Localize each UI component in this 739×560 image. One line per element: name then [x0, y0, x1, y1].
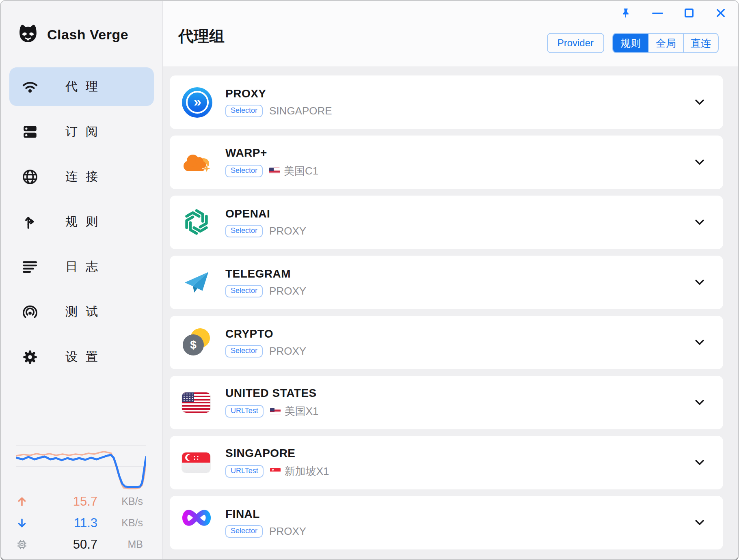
group-type-badge: Selector [225, 165, 263, 178]
sidebar-item-设置[interactable]: 设置 [9, 338, 154, 376]
group-info: WARP+Selector美国C1 [225, 146, 318, 178]
proxy-group-card-TELEGRAM[interactable]: TELEGRAMSelectorPROXY [170, 256, 723, 309]
group-current-node: 新加坡X1 [270, 464, 329, 478]
sidebar-item-订阅[interactable]: 订阅 [9, 112, 154, 151]
sg-mini-flag-icon [270, 468, 281, 475]
download-speed-unit: KB/s [97, 517, 143, 529]
group-info: TELEGRAMSelectorPROXY [225, 267, 306, 298]
group-type-badge: Selector [225, 285, 263, 298]
traffic-sparkline [16, 436, 146, 491]
rules-icon [21, 213, 39, 231]
globe-icon [21, 168, 39, 186]
proxy-group-card-UNITED STATES[interactable]: UNITED STATESURLTest美国X1 [170, 376, 723, 429]
proxy-groups-content: »PROXYSelectorSINGAPOREWARP+Selector美国C1… [163, 67, 738, 559]
wifi-icon [21, 78, 39, 96]
proxy-group-card-PROXY[interactable]: »PROXYSelectorSINGAPORE [170, 75, 723, 129]
group-type-badge: Selector [225, 225, 263, 238]
upload-speed-unit: KB/s [97, 495, 143, 507]
app-window: Clash Verge 代理订阅连接规则日志测试设置 15.7 KB/s 11.… [0, 0, 739, 560]
chevron-down-icon[interactable] [692, 515, 707, 530]
app-logo: Clash Verge [16, 22, 162, 47]
chevron-down-icon[interactable] [692, 215, 707, 230]
proxy-forward-icon: » [182, 87, 212, 118]
memory-usage-value: 50.7 [37, 537, 97, 552]
group-name: PROXY [225, 87, 332, 100]
group-info: PROXYSelectorSINGAPORE [225, 87, 332, 118]
chevron-down-icon[interactable] [692, 155, 707, 170]
openai-icon [182, 207, 212, 238]
app-title: Clash Verge [47, 27, 128, 43]
test-icon [21, 303, 39, 321]
sidebar-item-日志[interactable]: 日志 [9, 248, 154, 286]
group-info: FINALSelectorPROXY [225, 508, 306, 538]
group-name: UNITED STATES [225, 387, 319, 400]
sidebar-menu: 代理订阅连接规则日志测试设置 [1, 67, 162, 376]
pin-icon[interactable] [619, 6, 632, 19]
sidebar-item-连接[interactable]: 连接 [9, 157, 154, 196]
group-info: CRYPTOSelectorPROXY [225, 327, 306, 358]
main-header: 代理组 Provider 规则全局直连 [163, 1, 738, 67]
sidebar-item-代理[interactable]: 代理 [9, 67, 154, 106]
group-current-node: PROXY [269, 225, 306, 237]
group-type-badge: URLTest [225, 405, 264, 418]
close-icon[interactable] [714, 6, 727, 19]
upload-stat-row: 15.7 KB/s [1, 491, 162, 512]
chip-icon [16, 539, 37, 550]
telegram-icon [182, 267, 212, 298]
sidebar-item-测试[interactable]: 测试 [9, 293, 154, 331]
group-current-node: SINGAPORE [269, 105, 332, 117]
upload-arrow-icon [16, 496, 37, 507]
mode-tab-全局[interactable]: 全局 [648, 34, 683, 52]
proxy-group-card-CRYPTO[interactable]: $CRYPTOSelectorPROXY [170, 316, 723, 369]
memory-stat-row: 50.7 MB [1, 534, 162, 555]
proxy-group-card-OPENAI[interactable]: OPENAISelectorPROXY [170, 196, 723, 249]
group-type-badge: URLTest [225, 465, 264, 478]
group-current-node: PROXY [269, 525, 306, 538]
window-controls [619, 6, 727, 19]
download-line [16, 455, 146, 487]
us-mini-flag-icon [270, 408, 281, 415]
group-current-node: PROXY [269, 345, 306, 358]
chevron-down-icon[interactable] [692, 95, 707, 110]
group-name: FINAL [225, 508, 306, 521]
chevron-down-icon[interactable] [692, 275, 707, 290]
mode-switcher: 规则全局直连 [612, 33, 719, 53]
mode-tab-直连[interactable]: 直连 [683, 34, 718, 52]
crypto-coins-icon: $ [182, 327, 212, 358]
group-name: CRYPTO [225, 327, 306, 340]
cat-logo-icon [16, 22, 40, 47]
group-info: OPENAISelectorPROXY [225, 207, 306, 238]
proxy-group-card-SINGAPORE[interactable]: SINGAPOREURLTest新加坡X1 [170, 436, 723, 489]
group-current-node: 美国X1 [270, 404, 319, 418]
minimize-icon[interactable] [651, 6, 664, 19]
cloudflare-icon [182, 147, 212, 178]
maximize-icon[interactable] [683, 6, 696, 19]
memory-usage-unit: MB [97, 538, 143, 550]
upload-line [16, 452, 146, 489]
infinity-icon [182, 508, 212, 538]
sidebar-item-规则[interactable]: 规则 [9, 202, 154, 241]
download-arrow-icon [16, 517, 37, 529]
chevron-down-icon[interactable] [692, 455, 707, 470]
gear-icon [21, 348, 39, 366]
sidebar-traffic-panel: 15.7 KB/s 11.3 KB/s 50.7 MB [1, 436, 162, 555]
download-stat-row: 11.3 KB/s [1, 512, 162, 534]
sg-flag-icon [182, 448, 212, 478]
upload-speed-value: 15.7 [37, 494, 97, 509]
proxy-group-card-WARP+[interactable]: WARP+Selector美国C1 [170, 136, 723, 189]
us-flag-icon [182, 388, 212, 418]
group-type-badge: Selector [225, 525, 263, 538]
us-mini-flag-icon [269, 168, 280, 175]
chevron-down-icon[interactable] [692, 395, 707, 410]
provider-button[interactable]: Provider [547, 33, 604, 53]
header-buttons: Provider 规则全局直连 [547, 33, 719, 53]
group-info: SINGAPOREURLTest新加坡X1 [225, 447, 329, 478]
mode-tab-规则[interactable]: 规则 [613, 34, 648, 52]
group-name: SINGAPORE [225, 447, 329, 460]
proxy-group-card-FINAL[interactable]: FINALSelectorPROXY [170, 496, 723, 549]
group-name: WARP+ [225, 146, 318, 159]
group-current-node: 美国C1 [269, 164, 318, 178]
main-area: 代理组 Provider 规则全局直连 »PROXYSelectorSINGAP… [163, 1, 738, 559]
chevron-down-icon[interactable] [692, 335, 707, 350]
group-name: TELEGRAM [225, 267, 306, 280]
